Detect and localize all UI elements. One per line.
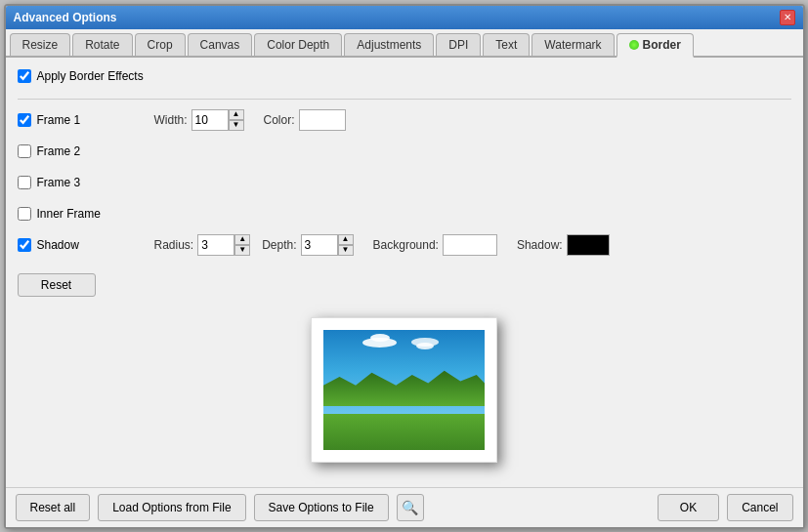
depth-spin-buttons: ▲ ▼	[338, 234, 354, 256]
close-button[interactable]: ✕	[780, 10, 795, 25]
depth-input[interactable]	[301, 234, 338, 256]
frame1-row: Frame 1 Width: ▲ ▼ Color:	[18, 107, 791, 133]
preview-area	[18, 301, 791, 479]
ok-button[interactable]: OK	[658, 494, 719, 521]
apply-border-text: Apply Border Effects	[37, 69, 144, 83]
shadow-checkbox[interactable]	[18, 238, 31, 252]
background-color-picker[interactable]	[443, 234, 497, 256]
frame1-width-group: Width: ▲ ▼ Color:	[154, 109, 346, 131]
apply-border-row: Apply Border Effects	[18, 65, 791, 87]
apply-border-checkbox-label[interactable]: Apply Border Effects	[18, 69, 144, 83]
tab-crop[interactable]: Crop	[135, 33, 186, 56]
options-area: Frame 1 Width: ▲ ▼ Color:	[18, 103, 791, 301]
main-content: Apply Border Effects Frame 1 Width: ▲ ▼	[6, 58, 803, 487]
cloud4	[411, 338, 439, 347]
background-label: Background:	[373, 238, 439, 252]
frame3-label: Frame 3	[37, 176, 81, 189]
apply-border-checkbox[interactable]	[18, 69, 31, 83]
tab-watermark[interactable]: Watermark	[532, 33, 614, 56]
shadow-checkbox-label[interactable]: Shadow	[18, 238, 135, 252]
frame2-row: Frame 2	[18, 139, 791, 164]
frame1-checkbox-label[interactable]: Frame 1	[18, 113, 135, 127]
tab-border[interactable]: Border	[617, 33, 694, 58]
frame1-color-picker[interactable]	[299, 109, 346, 131]
frame2-checkbox-label[interactable]: Frame 2	[18, 144, 135, 158]
shadow-row: Shadow Radius: ▲ ▼ Depth:	[18, 232, 791, 258]
shadow-color-label: Shadow:	[517, 238, 563, 252]
reset-btn-area: Reset	[18, 267, 791, 297]
border-active-icon	[629, 40, 639, 50]
frame3-checkbox-label[interactable]: Frame 3	[18, 176, 135, 189]
reset-button[interactable]: Reset	[18, 273, 96, 297]
ground-bg	[323, 414, 485, 450]
width-spin-up[interactable]: ▲	[229, 109, 244, 120]
dialog-title: Advanced Options	[14, 11, 117, 24]
radius-input[interactable]	[197, 234, 234, 256]
inner-frame-checkbox-label[interactable]: Inner Frame	[18, 207, 135, 221]
tab-colordepth[interactable]: Color Depth	[254, 33, 342, 56]
tab-dpi[interactable]: DPI	[436, 33, 481, 56]
tab-resize[interactable]: Resize	[10, 33, 71, 56]
search-icon-button[interactable]: 🔍	[397, 494, 424, 521]
frame3-row: Frame 3	[18, 170, 791, 195]
radius-spin-buttons: ▲ ▼	[234, 234, 250, 256]
image-frame	[311, 317, 497, 463]
width-label: Width:	[154, 113, 188, 127]
bottom-bar: Reset all Load Options from File Save Op…	[6, 487, 803, 527]
inner-frame-label: Inner Frame	[37, 207, 101, 221]
width-spin-buttons: ▲ ▼	[229, 109, 244, 131]
radius-spin-up[interactable]: ▲	[234, 234, 250, 245]
depth-label: Depth:	[262, 238, 296, 252]
load-options-button[interactable]: Load Options from File	[98, 494, 245, 521]
depth-spin-down[interactable]: ▼	[338, 245, 354, 256]
save-options-button[interactable]: Save Options to File	[254, 494, 389, 521]
frame1-label: Frame 1	[37, 113, 81, 127]
radius-label: Radius:	[154, 238, 194, 252]
depth-spinner: ▲ ▼	[301, 234, 354, 256]
width-input[interactable]	[191, 109, 229, 131]
cloud2	[370, 334, 390, 342]
width-spinner: ▲ ▼	[191, 109, 244, 131]
advanced-options-dialog: Advanced Options ✕ Resize Rotate Crop Ca…	[4, 4, 805, 529]
reset-all-button[interactable]: Reset all	[16, 494, 91, 521]
radius-spinner: ▲ ▼	[197, 234, 250, 256]
search-icon: 🔍	[402, 500, 418, 515]
divider	[18, 99, 791, 100]
frame2-label: Frame 2	[37, 144, 81, 158]
frame2-checkbox[interactable]	[18, 144, 31, 158]
width-spin-down[interactable]: ▼	[229, 120, 244, 131]
cancel-button[interactable]: Cancel	[727, 494, 792, 521]
tab-rotate[interactable]: Rotate	[72, 33, 132, 56]
tab-canvas[interactable]: Canvas	[188, 33, 253, 56]
inner-frame-checkbox[interactable]	[18, 207, 31, 221]
tab-text[interactable]: Text	[483, 33, 530, 56]
frame1-checkbox[interactable]	[18, 113, 31, 127]
tabs-bar: Resize Rotate Crop Canvas Color Depth Ad…	[6, 29, 803, 58]
shadow-fields-group: Radius: ▲ ▼ Depth: ▲ ▼	[154, 234, 610, 256]
shadow-label: Shadow	[37, 238, 79, 252]
preview-image	[323, 330, 485, 450]
frame3-checkbox[interactable]	[18, 176, 31, 189]
depth-spin-up[interactable]: ▲	[338, 234, 354, 245]
tab-adjustments[interactable]: Adjustments	[344, 33, 434, 56]
title-bar: Advanced Options ✕	[6, 6, 803, 29]
color-label: Color:	[264, 113, 295, 127]
shadow-color-picker[interactable]	[567, 234, 610, 256]
radius-spin-down[interactable]: ▼	[234, 245, 250, 256]
inner-frame-row: Inner Frame	[18, 201, 791, 226]
